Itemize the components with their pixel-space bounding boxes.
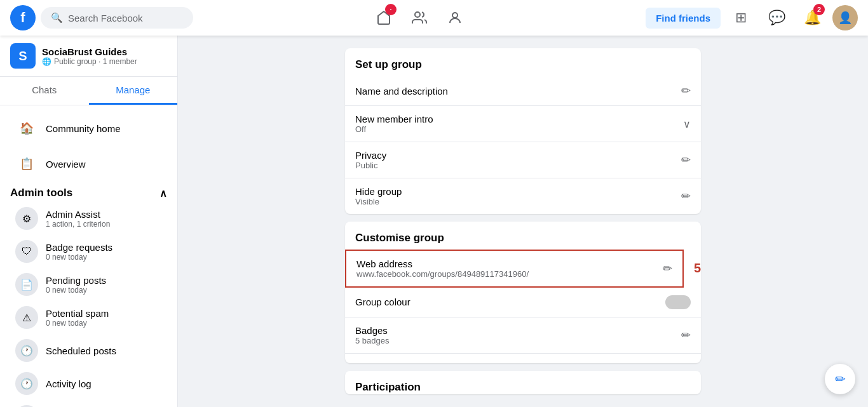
set-up-group-title: Set up group [345,48,701,76]
svg-point-1 [452,13,458,18]
sidebar: S SociaBrust Guides 🌐 Public group · 1 m… [0,36,178,407]
group-header: S SociaBrust Guides 🌐 Public group · 1 m… [0,36,177,77]
content-area: Set up group Name and description ✏ New … [178,36,868,407]
sidebar-item-community-home[interactable]: 🏠 Community home [5,110,172,146]
customise-group-card: Customise group Web address www.facebook… [345,222,701,363]
home-nav-btn[interactable]: · [369,3,399,33]
navbar-center: · [369,3,470,33]
content-inner: Set up group Name and description ✏ New … [345,48,701,394]
pending-posts-icon: 📄 [15,273,38,296]
participation-title: Participation [345,371,701,394]
avatar[interactable]: 👤 [832,5,858,30]
facebook-logo[interactable]: f [10,5,36,30]
sidebar-item-label: Overview [46,159,86,170]
activity-icon: 🕐 [15,372,38,395]
main-layout: S SociaBrust Guides 🌐 Public group · 1 m… [0,0,868,407]
group-affiliation-item[interactable]: Group affiliation No affiliation ✏ [345,354,701,363]
group-info: SociaBrust Guides 🌐 Public group · 1 mem… [42,46,137,66]
group-name: SociaBrust Guides [42,46,137,57]
home-badge: · [385,4,397,15]
tab-chats[interactable]: Chats [0,77,89,105]
tab-manage[interactable]: Manage [89,77,178,105]
edit-icon: ✏ [681,189,691,203]
admin-item-content: Badge requests 0 new today [46,242,112,262]
privacy-item[interactable]: Privacy Public ✏ [345,142,701,178]
admin-item-group-rules[interactable]: 📜 Group rules [5,400,172,407]
set-up-group-card: Set up group Name and description ✏ New … [345,48,701,214]
overview-icon: 📋 [15,152,38,175]
navbar-left: f 🔍 Search Facebook [10,5,193,30]
scheduled-icon: 🕐 [15,339,38,362]
admin-item-activity-log[interactable]: 🕐 Activity log [5,367,172,400]
sidebar-item-label: Community home [46,123,121,134]
badges-item[interactable]: Badges 5 badges ✏ [345,317,701,354]
profile-nav-btn[interactable] [440,3,470,33]
compose-button[interactable]: ✏ [825,364,855,394]
sidebar-nav: 🏠 Community home 📋 Overview Admin tools … [0,105,177,407]
admin-item-potential-spam[interactable]: ⚠ Potential spam 0 new today [5,301,172,334]
sidebar-tabs: Chats Manage [0,77,177,105]
globe-icon: 🌐 [42,57,51,66]
search-bar[interactable]: 🔍 Search Facebook [41,7,193,29]
admin-item-admin-assist[interactable]: ⚙ Admin Assist 1 action, 1 criterion [5,202,172,235]
friends-nav-btn[interactable] [404,3,435,33]
participation-card: Participation [345,371,701,394]
group-colour-toggle[interactable] [665,295,691,309]
edit-icon: ✏ [663,262,672,276]
svg-point-0 [415,12,420,17]
spam-icon: ⚠ [15,306,38,329]
admin-item-badge-requests[interactable]: 🛡 Badge requests 0 new today [5,235,172,268]
hide-group-item[interactable]: Hide group Visible ✏ [345,178,701,214]
navbar: f 🔍 Search Facebook · Find friends ⊞ 💬 🔔… [0,0,868,36]
home-icon: 🏠 [15,117,38,140]
web-address-item[interactable]: Web address www.facebook.com/groups/8494… [345,250,684,288]
admin-item-pending-posts[interactable]: 📄 Pending posts 0 new today [5,268,172,301]
admin-item-scheduled-posts[interactable]: 🕐 Scheduled posts [5,334,172,367]
search-icon: 🔍 [51,12,63,23]
name-description-item[interactable]: Name and description ✏ [345,76,701,106]
admin-item-content: Potential spam 0 new today [46,308,109,328]
customise-group-title: Customise group [345,222,701,250]
edit-icon: ✏ [681,84,691,98]
edit-icon: ✏ [681,328,691,342]
messenger-nav-btn[interactable]: 💬 [761,3,792,33]
group-avatar: S [10,43,36,69]
admin-item-content: Activity log [46,378,92,389]
find-friends-button[interactable]: Find friends [646,8,721,29]
navbar-right: Find friends ⊞ 💬 🔔 2 👤 [646,3,858,33]
group-meta: 🌐 Public group · 1 member [42,57,137,66]
admin-item-content: Pending posts 0 new today [46,275,106,295]
search-placeholder: Search Facebook [68,13,143,23]
new-member-intro-item[interactable]: New member intro Off ∨ [345,106,701,142]
notifications-nav-btn[interactable]: 🔔 2 [797,3,827,33]
step-badge: 5 [694,261,701,276]
group-colour-item[interactable]: Group colour [345,288,701,317]
badge-icon: 🛡 [15,240,38,263]
admin-tools-section: Admin tools ∧ [0,182,177,202]
notification-count: 2 [813,4,825,15]
chevron-up-icon: ∧ [159,187,167,199]
grid-nav-btn[interactable]: ⊞ [726,3,756,33]
chevron-down-icon: ∨ [683,118,691,130]
sidebar-item-overview[interactable]: 📋 Overview [5,146,172,182]
admin-item-content: Admin Assist 1 action, 1 criterion [46,209,110,229]
web-address-row-wrapper: Web address www.facebook.com/groups/8494… [345,250,701,288]
edit-icon: ✏ [681,153,691,167]
admin-item-content: Scheduled posts [46,345,116,356]
admin-assist-icon: ⚙ [15,207,38,230]
